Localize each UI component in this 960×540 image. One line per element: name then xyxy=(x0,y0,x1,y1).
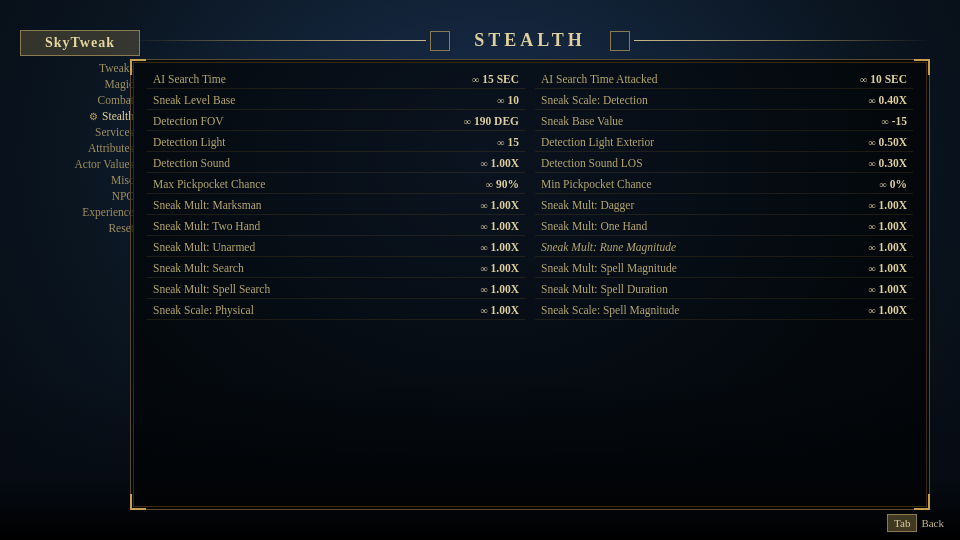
stat-cell-left[interactable]: Sneak Mult: Marksman∞ 1.00X xyxy=(147,196,525,215)
stat-cell-left[interactable]: Detection Light∞ 15 xyxy=(147,133,525,152)
infinity-icon: ∞ xyxy=(497,95,504,106)
stat-label: Sneak Scale: Physical xyxy=(153,304,254,316)
stat-value: ∞ 1.00X xyxy=(480,304,519,316)
page-title: STEALTH xyxy=(454,30,605,51)
table-row: Sneak Mult: Marksman∞ 1.00XSneak Mult: D… xyxy=(147,196,913,215)
corner-left xyxy=(430,31,450,51)
sidebar: SkyTweak TweaksMagicCombat⚙StealthServic… xyxy=(20,30,140,236)
sidebar-item-label: Tweaks xyxy=(99,62,134,74)
stat-cell-right[interactable]: Sneak Mult: Rune Magnitude∞ 1.00X xyxy=(535,238,913,257)
infinity-icon: ∞ xyxy=(868,305,875,316)
sidebar-item-services[interactable]: Services xyxy=(20,124,140,140)
tab-key[interactable]: Tab xyxy=(887,514,917,532)
stat-label: Detection Sound xyxy=(153,157,230,169)
stat-value: ∞ 1.00X xyxy=(480,241,519,253)
infinity-icon: ∞ xyxy=(882,116,889,127)
table-row: Detection Light∞ 15Detection Light Exter… xyxy=(147,133,913,152)
infinity-icon: ∞ xyxy=(486,179,493,190)
stat-cell-right[interactable]: Min Pickpocket Chance∞ 0% xyxy=(535,175,913,194)
stat-label: Sneak Mult: Spell Duration xyxy=(541,283,668,295)
infinity-icon: ∞ xyxy=(480,221,487,232)
infinity-icon: ∞ xyxy=(868,284,875,295)
infinity-icon: ∞ xyxy=(472,74,479,85)
stat-value: ∞ 90% xyxy=(486,178,519,190)
sidebar-item-label: Combat xyxy=(98,94,134,106)
stat-cell-left[interactable]: AI Search Time∞ 15 SEC xyxy=(147,70,525,89)
stat-cell-right[interactable]: Sneak Mult: Spell Magnitude∞ 1.00X xyxy=(535,259,913,278)
stat-cell-left[interactable]: Detection Sound∞ 1.00X xyxy=(147,154,525,173)
infinity-icon: ∞ xyxy=(868,95,875,106)
sidebar-item-attributes[interactable]: Attributes xyxy=(20,140,140,156)
sidebar-item-tweaks[interactable]: Tweaks xyxy=(20,60,140,76)
table-row: Sneak Mult: Spell Search∞ 1.00XSneak Mul… xyxy=(147,280,913,299)
stat-cell-left[interactable]: Sneak Mult: Unarmed∞ 1.00X xyxy=(147,238,525,257)
stat-cell-right[interactable]: Sneak Mult: Spell Duration∞ 1.00X xyxy=(535,280,913,299)
stat-label: Sneak Mult: Marksman xyxy=(153,199,262,211)
stat-value: ∞ 0% xyxy=(880,178,907,190)
sidebar-item-stealth[interactable]: ⚙Stealth xyxy=(20,108,140,124)
table-row: Detection Sound∞ 1.00XDetection Sound LO… xyxy=(147,154,913,173)
sidebar-item-experience[interactable]: Experience xyxy=(20,204,140,220)
stat-cell-right[interactable]: Sneak Base Value∞ -15 xyxy=(535,112,913,131)
stat-value: ∞ 1.00X xyxy=(868,199,907,211)
stat-cell-left[interactable]: Max Pickpocket Chance∞ 90% xyxy=(147,175,525,194)
corner-tl xyxy=(130,59,146,75)
infinity-icon: ∞ xyxy=(880,179,887,190)
sidebar-item-reset[interactable]: Reset xyxy=(20,220,140,236)
infinity-icon: ∞ xyxy=(868,221,875,232)
sidebar-item-actor-values[interactable]: Actor Values xyxy=(20,156,140,172)
content-area: AI Search Time∞ 15 SECAI Search Time Att… xyxy=(130,59,930,510)
stat-value: ∞ 1.00X xyxy=(480,283,519,295)
stat-label: Detection Sound LOS xyxy=(541,157,643,169)
stat-cell-right[interactable]: Sneak Scale: Spell Magnitude∞ 1.00X xyxy=(535,301,913,320)
stat-label: Sneak Mult: Rune Magnitude xyxy=(541,241,676,253)
stat-label: Min Pickpocket Chance xyxy=(541,178,652,190)
stat-value: ∞ 0.30X xyxy=(868,157,907,169)
sidebar-item-npc[interactable]: NPC xyxy=(20,188,140,204)
infinity-icon: ∞ xyxy=(480,284,487,295)
title-banner: STEALTH xyxy=(130,30,930,51)
infinity-icon: ∞ xyxy=(464,116,471,127)
stat-value: ∞ 1.00X xyxy=(480,220,519,232)
stat-cell-left[interactable]: Detection FOV∞ 190 DEG xyxy=(147,112,525,131)
stat-cell-right[interactable]: AI Search Time Attacked∞ 10 SEC xyxy=(535,70,913,89)
stat-label: AI Search Time xyxy=(153,73,226,85)
stat-value: ∞ 15 xyxy=(497,136,519,148)
infinity-icon: ∞ xyxy=(480,305,487,316)
stat-cell-left[interactable]: Sneak Mult: Search∞ 1.00X xyxy=(147,259,525,278)
stat-label: Detection FOV xyxy=(153,115,224,127)
stat-cell-right[interactable]: Detection Sound LOS∞ 0.30X xyxy=(535,154,913,173)
sidebar-item-combat[interactable]: Combat xyxy=(20,92,140,108)
stat-cell-right[interactable]: Sneak Scale: Detection∞ 0.40X xyxy=(535,91,913,110)
stat-value: ∞ 1.00X xyxy=(868,220,907,232)
infinity-icon: ∞ xyxy=(868,242,875,253)
stat-value: ∞ 1.00X xyxy=(480,199,519,211)
stat-cell-left[interactable]: Sneak Mult: Spell Search∞ 1.00X xyxy=(147,280,525,299)
sidebar-item-label: Attributes xyxy=(88,142,134,154)
stat-cell-left[interactable]: Sneak Scale: Physical∞ 1.00X xyxy=(147,301,525,320)
corner-br xyxy=(914,494,930,510)
stat-label: Max Pickpocket Chance xyxy=(153,178,265,190)
stat-cell-left[interactable]: Sneak Level Base∞ 10 xyxy=(147,91,525,110)
skytweak-header: SkyTweak xyxy=(20,30,140,56)
table-row: Sneak Mult: Unarmed∞ 1.00XSneak Mult: Ru… xyxy=(147,238,913,257)
stat-label: Sneak Mult: Search xyxy=(153,262,244,274)
stat-value: ∞ 15 SEC xyxy=(472,73,519,85)
stat-value: ∞ 190 DEG xyxy=(464,115,519,127)
stealth-icon: ⚙ xyxy=(89,111,98,122)
infinity-icon: ∞ xyxy=(868,158,875,169)
stat-label: Sneak Scale: Detection xyxy=(541,94,648,106)
infinity-icon: ∞ xyxy=(868,200,875,211)
sidebar-item-magic[interactable]: Magic xyxy=(20,76,140,92)
stat-cell-right[interactable]: Detection Light Exterior∞ 0.50X xyxy=(535,133,913,152)
table-row: Detection FOV∞ 190 DEGSneak Base Value∞ … xyxy=(147,112,913,131)
infinity-icon: ∞ xyxy=(497,137,504,148)
stat-label: Sneak Scale: Spell Magnitude xyxy=(541,304,679,316)
table-row: AI Search Time∞ 15 SECAI Search Time Att… xyxy=(147,70,913,89)
stat-cell-left[interactable]: Sneak Mult: Two Hand∞ 1.00X xyxy=(147,217,525,236)
stat-cell-right[interactable]: Sneak Mult: Dagger∞ 1.00X xyxy=(535,196,913,215)
sidebar-item-misc[interactable]: Misc xyxy=(20,172,140,188)
infinity-icon: ∞ xyxy=(480,263,487,274)
stat-cell-right[interactable]: Sneak Mult: One Hand∞ 1.00X xyxy=(535,217,913,236)
stat-label: Sneak Base Value xyxy=(541,115,623,127)
